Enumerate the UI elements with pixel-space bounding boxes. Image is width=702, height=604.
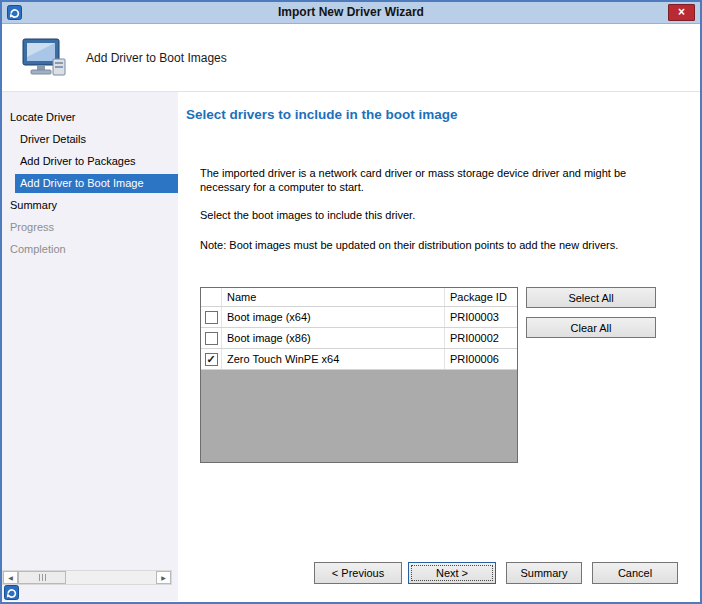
next-button[interactable]: Next > [408, 562, 496, 584]
previous-button[interactable]: < Previous [314, 562, 402, 584]
sidebar-item-completion: Completion [2, 238, 178, 260]
package-id: PRI00006 [445, 349, 517, 369]
wizard-page-content: Select drivers to include in the boot im… [178, 92, 700, 601]
scroll-left-icon: ◀ [8, 574, 13, 581]
table-row[interactable]: Boot image (x86) PRI00002 [201, 328, 517, 349]
row-checkbox[interactable] [205, 332, 218, 345]
scroll-right-icon: ▶ [161, 574, 166, 581]
wizard-footer: < Previous Next > Summary Cancel [178, 562, 700, 584]
wizard-header: Add Driver to Boot Images [2, 24, 700, 92]
sidebar-item-summary[interactable]: Summary [2, 194, 178, 216]
scrollbar-thumb[interactable] [18, 571, 66, 584]
computer-icon [20, 37, 68, 83]
scrollbar-grip-icon [39, 574, 46, 581]
boot-image-name: Boot image (x86) [222, 328, 445, 348]
note-text: Note: Boot images must be updated on the… [200, 238, 674, 252]
sidebar-item-locate-driver[interactable]: Locate Driver [2, 106, 178, 128]
sidebar-item-driver-details[interactable]: Driver Details [2, 128, 178, 150]
close-icon: × [678, 5, 685, 19]
corner-wizard-icon [4, 585, 19, 600]
select-instruction-text: Select the boot images to include this d… [200, 208, 674, 222]
boot-image-name: Boot image (x64) [222, 307, 445, 327]
row-checkbox[interactable]: ✓ [205, 353, 218, 366]
scroll-right-button[interactable]: ▶ [156, 571, 171, 584]
clear-all-button[interactable]: Clear All [526, 317, 656, 338]
package-id: PRI00002 [445, 328, 517, 348]
sidebar-item-add-driver-to-boot-image[interactable]: Add Driver to Boot Image [15, 174, 178, 193]
package-id: PRI00003 [445, 307, 517, 327]
wizard-steps-sidebar: Locate Driver Driver Details Add Driver … [2, 92, 178, 601]
import-driver-wizard-window: Import New Driver Wizard × Add Driver to… [0, 0, 702, 604]
boot-image-name: Zero Touch WinPE x64 [222, 349, 445, 369]
window-title: Import New Driver Wizard [2, 2, 700, 23]
package-id-column-header[interactable]: Package ID [445, 288, 517, 306]
header-title: Add Driver to Boot Images [86, 51, 227, 65]
select-all-button[interactable]: Select All [526, 287, 656, 308]
boot-images-table: Name Package ID Boot image (x64) PRI0000… [200, 287, 518, 463]
sidebar-item-progress: Progress [2, 216, 178, 238]
sidebar-item-add-driver-to-packages[interactable]: Add Driver to Packages [2, 150, 178, 172]
summary-button[interactable]: Summary [506, 562, 582, 584]
table-row[interactable]: ✓ Zero Touch WinPE x64 PRI00006 [201, 349, 517, 370]
horizontal-scrollbar[interactable]: ◀ ▶ [2, 570, 172, 585]
title-bar[interactable]: Import New Driver Wizard × [2, 2, 700, 24]
table-row[interactable]: Boot image (x64) PRI00003 [201, 307, 517, 328]
name-column-header[interactable]: Name [222, 288, 445, 306]
scroll-left-button[interactable]: ◀ [3, 571, 18, 584]
intro-text: The imported driver is a network card dr… [200, 166, 674, 194]
main-area: Locate Driver Driver Details Add Driver … [2, 92, 700, 601]
close-button[interactable]: × [668, 4, 695, 21]
checkbox-column-header [201, 288, 222, 306]
cancel-button[interactable]: Cancel [592, 562, 678, 584]
row-checkbox[interactable] [205, 311, 218, 324]
table-header-row: Name Package ID [201, 288, 517, 307]
page-title: Select drivers to include in the boot im… [186, 107, 458, 122]
